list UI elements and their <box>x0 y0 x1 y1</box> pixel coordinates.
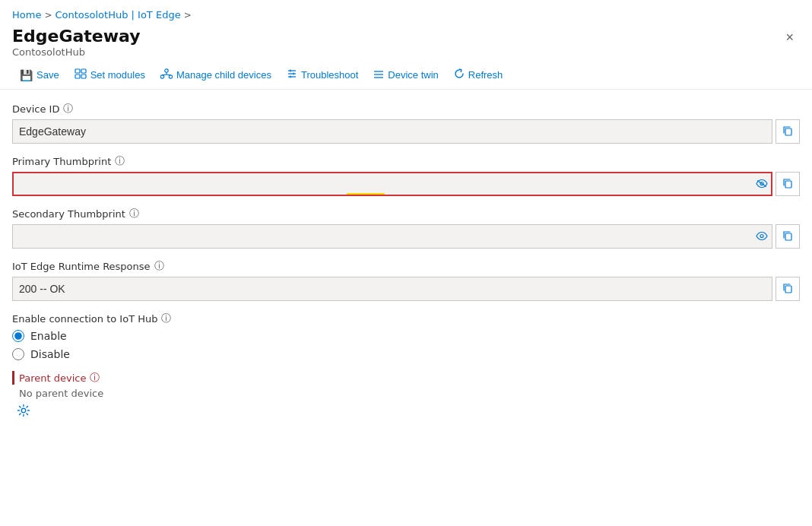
eye-icon <box>756 230 768 243</box>
iot-edge-runtime-input[interactable] <box>12 277 772 301</box>
enable-radio[interactable] <box>12 330 24 342</box>
primary-thumbprint-field: Primary Thumbprint ⓘ <box>12 154 800 196</box>
parent-device-settings-button[interactable] <box>17 404 30 421</box>
breadcrumb: Home > ContosolotHub | IoT Edge > <box>12 9 800 21</box>
copy-icon <box>782 125 793 138</box>
secondary-thumbprint-info-icon[interactable]: ⓘ <box>129 207 139 220</box>
copy-icon-runtime <box>782 283 793 296</box>
svg-point-6 <box>169 75 172 78</box>
disable-radio-label: Disable <box>30 348 70 360</box>
manage-child-icon <box>160 68 173 81</box>
breadcrumb-sep1: > <box>44 10 52 21</box>
disable-radio-item[interactable]: Disable <box>12 348 800 360</box>
svg-rect-1 <box>81 69 86 73</box>
toolbar: 💾 Save Set modules <box>0 59 812 90</box>
refresh-button[interactable]: Refresh <box>446 65 511 84</box>
manage-child-devices-button[interactable]: Manage child devices <box>153 65 279 84</box>
eye-strikethrough-icon <box>756 178 768 191</box>
secondary-thumbprint-eye-button[interactable] <box>756 230 768 243</box>
copy-icon-primary <box>782 178 793 191</box>
breadcrumb-sep2: > <box>184 10 192 21</box>
svg-rect-0 <box>75 69 80 73</box>
secondary-thumbprint-copy-button[interactable] <box>776 224 800 249</box>
secondary-thumbprint-label: Secondary Thumbprint <box>12 208 125 220</box>
primary-thumbprint-input[interactable] <box>12 172 772 196</box>
svg-point-23 <box>760 235 763 238</box>
iot-edge-runtime-info-icon[interactable]: ⓘ <box>154 259 164 273</box>
connection-radio-group: Enable Disable <box>12 330 800 360</box>
enable-radio-label: Enable <box>30 330 67 342</box>
secondary-thumbprint-input[interactable] <box>12 224 772 249</box>
svg-point-4 <box>165 69 168 72</box>
enable-connection-label: Enable connection to IoT Hub <box>12 313 157 325</box>
iot-edge-runtime-label: IoT Edge Runtime Response <box>12 261 151 272</box>
primary-thumbprint-label: Primary Thumbprint <box>12 156 111 167</box>
primary-thumbprint-copy-button[interactable] <box>776 172 800 196</box>
device-id-field: Device ID ⓘ <box>12 102 800 144</box>
save-button[interactable]: 💾 Save <box>12 66 67 84</box>
device-id-input[interactable] <box>12 119 772 144</box>
svg-rect-24 <box>785 233 791 240</box>
svg-point-5 <box>160 75 163 78</box>
gear-icon <box>17 404 30 421</box>
copy-icon-secondary <box>782 230 793 243</box>
device-id-copy-button[interactable] <box>776 119 800 144</box>
breadcrumb-home[interactable]: Home <box>12 9 41 21</box>
svg-line-8 <box>162 74 167 75</box>
iot-edge-runtime-copy-button[interactable] <box>776 277 800 301</box>
svg-rect-3 <box>81 74 86 78</box>
disable-radio[interactable] <box>12 348 24 360</box>
enable-connection-field: Enable connection to IoT Hub ⓘ Enable Di… <box>12 312 800 360</box>
page-subtitle: ContosolotHub <box>12 46 141 58</box>
device-id-label: Device ID <box>12 103 59 115</box>
breadcrumb-hub[interactable]: ContosolotHub | IoT Edge <box>55 9 180 21</box>
svg-line-21 <box>757 181 766 187</box>
set-modules-button[interactable]: Set modules <box>67 65 153 84</box>
secondary-thumbprint-field: Secondary Thumbprint ⓘ <box>12 207 800 249</box>
device-twin-icon <box>373 69 384 81</box>
device-twin-button[interactable]: Device twin <box>366 66 446 84</box>
refresh-icon <box>454 68 465 81</box>
page-title: EdgeGateway <box>12 27 141 46</box>
svg-rect-22 <box>785 181 791 188</box>
enable-radio-item[interactable]: Enable <box>12 330 800 342</box>
save-icon: 💾 <box>20 69 33 81</box>
troubleshoot-icon <box>287 68 297 81</box>
parent-device-label: Parent device <box>19 372 86 384</box>
enable-connection-info-icon[interactable]: ⓘ <box>161 312 171 325</box>
svg-rect-19 <box>785 128 791 135</box>
close-button[interactable]: × <box>779 27 800 49</box>
parent-device-section: Parent device ⓘ No parent device <box>12 371 800 421</box>
set-modules-icon <box>75 68 87 81</box>
svg-rect-2 <box>75 74 80 78</box>
device-id-info-icon[interactable]: ⓘ <box>63 102 73 116</box>
svg-point-26 <box>21 408 26 413</box>
troubleshoot-button[interactable]: Troubleshoot <box>279 65 366 84</box>
primary-thumbprint-eye-button[interactable] <box>756 178 768 191</box>
svg-line-9 <box>167 74 171 75</box>
primary-thumbprint-info-icon[interactable]: ⓘ <box>115 154 125 168</box>
parent-device-info-icon[interactable]: ⓘ <box>90 371 100 385</box>
svg-rect-25 <box>785 286 791 293</box>
iot-edge-runtime-field: IoT Edge Runtime Response ⓘ <box>12 259 800 301</box>
parent-device-value: No parent device <box>19 388 800 399</box>
